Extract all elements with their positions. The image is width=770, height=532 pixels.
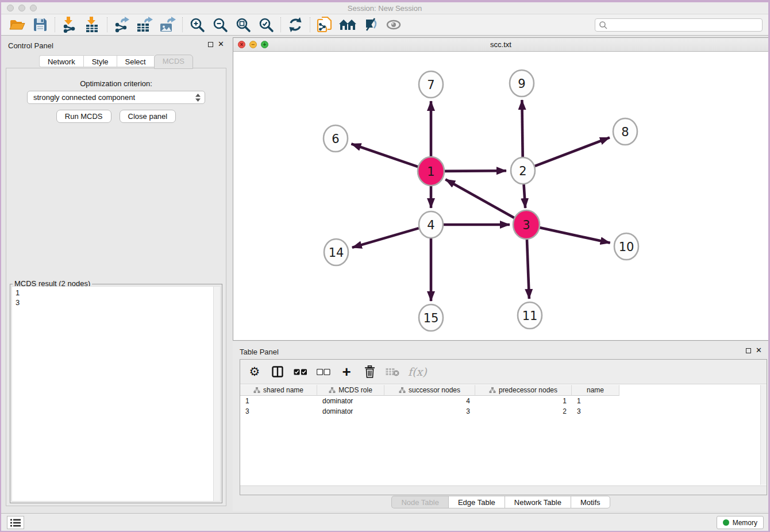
node-1[interactable]: 1 xyxy=(418,157,444,186)
select-all-columns-icon[interactable] xyxy=(293,364,308,380)
zoom-in-icon[interactable] xyxy=(186,16,209,34)
edge-3-10[interactable] xyxy=(538,228,610,243)
table-cell[interactable]: 1 xyxy=(475,396,572,406)
tab-style[interactable]: Style xyxy=(83,55,117,67)
memory-label: Memory xyxy=(733,519,757,527)
table-row[interactable]: 1dominator411 xyxy=(240,396,760,406)
search-box[interactable] xyxy=(595,18,763,32)
close-panel-button[interactable]: Close panel xyxy=(120,110,176,123)
houses-icon[interactable] xyxy=(336,16,359,34)
tab-motifs[interactable]: Motifs xyxy=(571,496,610,508)
network-graph[interactable]: 7968124314101511 xyxy=(233,52,768,340)
table-cell[interactable]: dominator xyxy=(317,406,384,417)
column-header-name[interactable]: name xyxy=(572,385,619,396)
table-import-icon[interactable] xyxy=(81,16,104,34)
node-6[interactable]: 6 xyxy=(324,125,348,152)
node-11[interactable]: 11 xyxy=(518,302,542,329)
node-3[interactable]: 3 xyxy=(513,210,540,239)
column-label: MCDS role xyxy=(338,386,372,394)
control-panel-title: Control Panel xyxy=(8,41,53,50)
memory-status-icon xyxy=(723,519,729,526)
node-label: 2 xyxy=(519,164,526,178)
node-14[interactable]: 14 xyxy=(324,239,348,265)
search-input[interactable] xyxy=(608,19,762,31)
float-table-panel-icon[interactable] xyxy=(746,348,751,353)
hierarchy-icon xyxy=(329,387,336,394)
tab-network-table[interactable]: Network Table xyxy=(505,496,571,508)
run-mcds-button[interactable]: Run MCDS xyxy=(56,110,111,123)
network-export-icon[interactable] xyxy=(110,16,133,34)
tab-edge-table[interactable]: Edge Table xyxy=(448,496,505,508)
main-toolbar xyxy=(1,14,768,36)
dropdown-stepper-icon xyxy=(195,93,201,102)
zoom-selected-icon[interactable] xyxy=(255,16,278,34)
edge-1-6[interactable] xyxy=(351,144,419,167)
image-export-icon[interactable] xyxy=(156,16,179,34)
tab-network[interactable]: Network xyxy=(39,55,83,67)
node-15[interactable]: 15 xyxy=(419,304,443,331)
table-toolbar: ⚙ + xyxy=(240,360,767,384)
edge-1-2[interactable] xyxy=(444,171,506,171)
table-cell[interactable]: 1 xyxy=(572,396,619,406)
task-history-button[interactable] xyxy=(7,516,24,529)
trash-icon[interactable] xyxy=(362,364,377,380)
node-4[interactable]: 4 xyxy=(419,211,443,238)
unselect-all-columns-icon[interactable] xyxy=(316,364,331,380)
delete-table-icon xyxy=(385,364,400,380)
eye-icon[interactable] xyxy=(382,16,405,34)
table-vertical-scrollbar[interactable] xyxy=(760,385,767,485)
column-header-MCDS-role[interactable]: MCDS role xyxy=(317,385,384,396)
tag-slash-icon[interactable] xyxy=(359,16,382,34)
float-panel-icon[interactable] xyxy=(208,42,213,47)
edge-2-9[interactable] xyxy=(522,100,522,158)
toolbar-separator xyxy=(280,17,281,32)
table-cell[interactable]: 3 xyxy=(384,406,475,417)
zoom-fit-icon[interactable] xyxy=(232,16,255,34)
add-column-icon[interactable]: + xyxy=(339,364,354,380)
save-floppy-icon[interactable] xyxy=(29,16,52,34)
edge-2-3[interactable] xyxy=(523,183,525,208)
network-view-window: × − + scc.txt 7968124314101511 xyxy=(233,37,769,341)
close-table-panel-icon[interactable]: ✕ xyxy=(756,348,762,353)
table-cell[interactable]: 3 xyxy=(572,406,619,417)
table-cell[interactable]: 2 xyxy=(475,406,572,417)
node-label: 4 xyxy=(427,218,434,232)
optimization-dropdown[interactable]: strongly connected component xyxy=(27,91,205,104)
edge-3-11[interactable] xyxy=(527,237,529,299)
result-scrollbar[interactable] xyxy=(213,287,220,501)
column-header-successor-nodes[interactable]: successor nodes xyxy=(384,385,475,396)
table-cell[interactable]: 3 xyxy=(240,406,317,417)
close-panel-icon[interactable]: ✕ xyxy=(218,41,224,47)
tab-mcds[interactable]: MCDS xyxy=(154,55,193,69)
node-2[interactable]: 2 xyxy=(511,157,535,184)
table-export-icon[interactable] xyxy=(133,16,156,34)
node-10[interactable]: 10 xyxy=(614,233,638,260)
network-import-icon[interactable] xyxy=(58,16,81,34)
control-panel-tabs: NetworkStyleSelectMCDS xyxy=(1,55,231,68)
open-folder-icon[interactable] xyxy=(6,16,29,34)
zoom-out-icon[interactable] xyxy=(209,16,232,34)
edge-4-14[interactable] xyxy=(352,228,419,248)
tab-node-table[interactable]: Node Table xyxy=(391,496,448,508)
node-label: 7 xyxy=(427,78,434,92)
edge-3-1[interactable] xyxy=(445,179,515,218)
node-label: 9 xyxy=(518,77,525,91)
table-cell[interactable]: 4 xyxy=(384,396,475,406)
memory-button[interactable]: Memory xyxy=(717,516,764,529)
column-layout-icon[interactable] xyxy=(270,364,285,380)
table-row[interactable]: 3dominator323 xyxy=(240,406,760,417)
tab-select[interactable]: Select xyxy=(117,55,154,67)
node-9[interactable]: 9 xyxy=(510,70,534,97)
column-header-shared-name[interactable]: shared name xyxy=(240,385,317,396)
refresh-icon[interactable] xyxy=(284,16,307,34)
node-8[interactable]: 8 xyxy=(613,118,637,145)
gear-icon[interactable]: ⚙ xyxy=(247,364,262,380)
window-title: Session: New Session xyxy=(1,4,768,13)
edge-2-8[interactable] xyxy=(535,137,610,166)
documents-share-icon[interactable] xyxy=(313,16,336,34)
table-cell[interactable]: dominator xyxy=(317,396,384,406)
column-header-predecessor-nodes[interactable]: predecessor nodes xyxy=(475,385,572,396)
table-cell[interactable]: 1 xyxy=(240,396,317,406)
node-7[interactable]: 7 xyxy=(419,71,443,98)
table-horizontal-scrollbar[interactable] xyxy=(240,485,767,495)
